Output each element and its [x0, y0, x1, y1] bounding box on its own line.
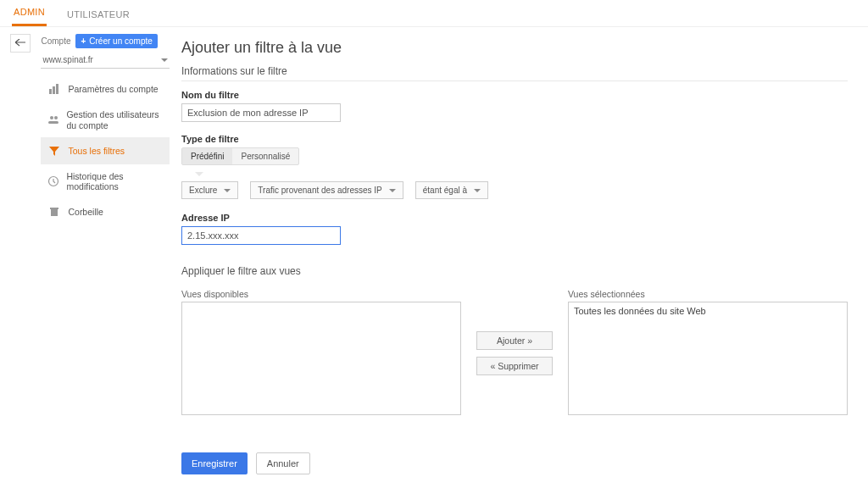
- dropdown-operator-value: étant égal à: [423, 186, 467, 195]
- filter-type-label: Type de filtre: [181, 134, 848, 144]
- sidebar-item-label: Corbeille: [68, 207, 103, 217]
- add-view-button[interactable]: Ajouter »: [476, 331, 553, 350]
- plus-icon: +: [81, 36, 86, 46]
- users-icon: [47, 114, 59, 127]
- sidebar-item-account-settings[interactable]: Paramètres du compte: [41, 75, 170, 103]
- svg-rect-2: [56, 84, 58, 94]
- settings-bars-icon: [47, 82, 61, 96]
- history-icon: [47, 175, 59, 188]
- svg-point-4: [54, 116, 58, 119]
- ip-label: Adresse IP: [181, 213, 848, 223]
- cancel-button[interactable]: Annuler: [256, 452, 310, 474]
- sidebar-item-label: Paramètres du compte: [68, 84, 158, 94]
- svg-rect-8: [50, 208, 58, 209]
- tab-admin[interactable]: ADMIN: [12, 0, 47, 26]
- create-account-button[interactable]: + Créer un compte: [75, 34, 157, 48]
- filter-type-predefined[interactable]: Prédéfini: [182, 148, 232, 164]
- selected-views-listbox[interactable]: Toutes les données du site Web: [568, 302, 848, 415]
- dropdown-action-value: Exclure: [189, 186, 217, 195]
- back-button[interactable]: [10, 34, 31, 53]
- filter-type-segmented: Prédéfini Personnalisé: [181, 147, 299, 165]
- ip-input[interactable]: [181, 226, 341, 245]
- selected-views-label: Vues sélectionnées: [568, 289, 848, 299]
- svg-rect-7: [51, 209, 58, 216]
- sidebar-item-trash[interactable]: Corbeille: [41, 198, 170, 225]
- save-button[interactable]: Enregistrer: [181, 452, 248, 474]
- dropdown-traffic-value: Trafic provenant des adresses IP: [258, 186, 381, 195]
- svg-rect-1: [53, 86, 55, 94]
- dropdown-operator[interactable]: étant égal à: [415, 181, 488, 199]
- info-header: Informations sur le filtre: [181, 65, 848, 81]
- apply-header: Appliquer le filtre aux vues: [181, 265, 848, 280]
- sidebar-item-label: Historique des modifications: [66, 171, 163, 191]
- account-select[interactable]: www.spinat.fr: [41, 52, 170, 69]
- account-label: Compte: [41, 36, 70, 46]
- back-arrow-icon: [15, 39, 25, 47]
- sidebar-item-label: Tous les filtres: [68, 146, 125, 156]
- caret-down-icon: [224, 189, 231, 192]
- available-views-label: Vues disponibles: [181, 289, 461, 299]
- account-selected-value: www.spinat.fr: [42, 55, 92, 64]
- dropdown-action[interactable]: Exclure: [181, 181, 238, 199]
- sidebar-item-change-history[interactable]: Historique des modifications: [41, 164, 170, 198]
- filter-icon: [47, 144, 61, 158]
- sidebar: Compte + Créer un compte www.spinat.fr P…: [31, 27, 170, 477]
- page-title: Ajouter un filtre à la vue: [181, 39, 848, 57]
- svg-rect-0: [49, 89, 52, 94]
- sidebar-item-all-filters[interactable]: Tous les filtres: [41, 137, 170, 164]
- caret-down-icon: [389, 189, 396, 192]
- sidebar-item-label: Gestion des utilisateurs du compte: [66, 109, 163, 130]
- remove-view-button[interactable]: « Supprimer: [476, 357, 553, 375]
- available-views-listbox[interactable]: [181, 302, 461, 415]
- svg-rect-5: [48, 121, 58, 124]
- create-account-label: Créer un compte: [89, 36, 152, 46]
- caret-down-icon: [161, 58, 168, 62]
- svg-point-3: [50, 116, 53, 119]
- caret-down-icon: [474, 189, 481, 192]
- sidebar-item-user-management[interactable]: Gestion des utilisateurs du compte: [41, 103, 170, 137]
- filter-type-custom[interactable]: Personnalisé: [232, 148, 298, 164]
- filter-name-input[interactable]: [181, 103, 341, 122]
- filter-name-label: Nom du filtre: [181, 90, 848, 100]
- dropdown-traffic[interactable]: Trafic provenant des adresses IP: [250, 181, 403, 199]
- segmented-pointer-icon: [195, 172, 203, 176]
- main-content: Ajouter un filtre à la vue Informations …: [170, 27, 868, 477]
- tab-user[interactable]: UTILISATEUR: [65, 3, 131, 26]
- selected-view-item[interactable]: Toutes les données du site Web: [574, 306, 842, 316]
- trash-icon: [47, 205, 61, 219]
- top-tabs: ADMIN UTILISATEUR: [0, 0, 868, 27]
